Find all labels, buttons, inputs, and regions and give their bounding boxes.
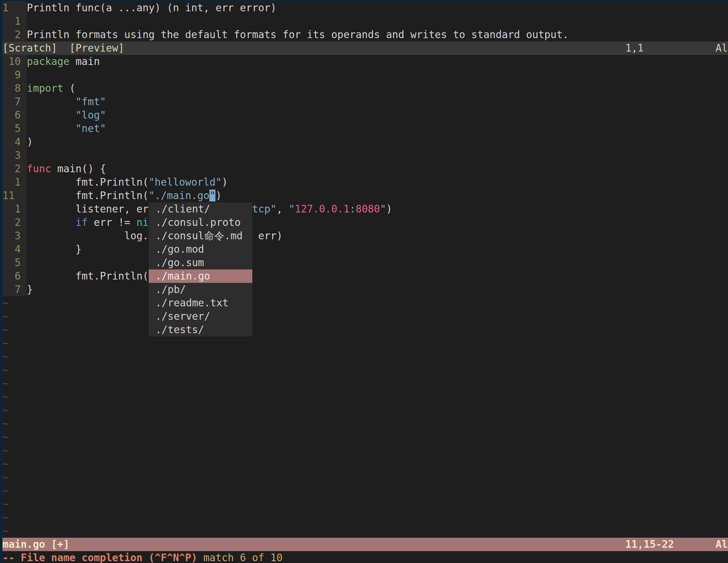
code-line[interactable]: 4 } [2, 243, 728, 256]
completion-item[interactable]: ./client/ [149, 202, 252, 216]
code-line[interactable]: 2 func main() { [2, 162, 728, 176]
line-number: 2 [2, 162, 27, 176]
completion-item[interactable]: ./readme.txt [149, 296, 252, 310]
tilde-marker: ~ [2, 511, 9, 523]
vim-terminal[interactable]: 1 Println func(a ...any) (n int, err err… [0, 0, 728, 563]
completion-item[interactable]: ./consul.proto [149, 216, 252, 229]
code-line[interactable]: 1 fmt.Println("helloworld") [2, 176, 728, 189]
statusline-filename: [Scratch] [Preview] [2, 42, 124, 54]
terminal-padding-left [0, 0, 2, 563]
tilde-marker: ~ [2, 418, 9, 429]
code-line[interactable]: 11 fmt.Println("./main.go") [2, 189, 728, 202]
code-segment: package [27, 55, 69, 67]
code-line[interactable]: 2 if err != nil { [2, 216, 728, 229]
code-segment: : [350, 203, 356, 215]
completion-mode-message: -- File name completion (^F^N^P) [2, 552, 197, 563]
line-number: 1 [2, 202, 27, 216]
code-segment: err) [258, 230, 282, 242]
message-line: -- File name completion (^F^N^P)match 6 … [2, 551, 728, 563]
code-line[interactable]: 9 [2, 68, 728, 82]
code-segment: } [27, 283, 33, 295]
code-line[interactable]: 7 "fmt" [2, 95, 728, 109]
tilde-marker: ~ [2, 310, 9, 322]
empty-line-tilde: ~ [2, 484, 728, 497]
tilde-marker: ~ [2, 498, 9, 510]
code-segment: Println func(a ...any) (n int, err error… [27, 2, 276, 14]
code-segment: "helloworld" [149, 176, 222, 188]
code-segment: " [289, 203, 295, 215]
code-line[interactable]: 5 "net" [2, 122, 728, 135]
tilde-marker: ~ [2, 485, 9, 497]
code-segment: if [76, 216, 88, 228]
ruler-cursor-position: 11,15-22 [625, 538, 674, 551]
line-number: 2 [2, 28, 27, 41]
empty-line-tilde: ~ [2, 337, 728, 350]
empty-line-tilde: ~ [2, 310, 728, 323]
completion-item[interactable]: ./server/ [149, 310, 252, 323]
code-segment: "log" [76, 109, 106, 121]
code-segment: listener, er [27, 203, 149, 215]
code-segment: 8080 [356, 203, 380, 215]
completion-item[interactable]: ./go.sum [149, 256, 252, 269]
code-segment: Println formats using the default format… [27, 29, 569, 41]
empty-line-tilde: ~ [2, 390, 728, 404]
completion-item[interactable]: ./go.mod [149, 243, 252, 256]
completion-item[interactable]: ./consul命令.md [149, 229, 252, 243]
line-number: 5 [2, 122, 27, 135]
tilde-marker: ~ [2, 297, 9, 309]
code-line[interactable]: 10 package main [2, 55, 728, 68]
line-number: 1 [2, 1, 27, 15]
completion-match-count: match 6 of 10 [203, 552, 282, 563]
code-segment [27, 123, 76, 134]
empty-line-tilde: ~ [2, 404, 728, 417]
code-segment: ( [63, 82, 76, 94]
tilde-marker: ~ [2, 444, 9, 456]
code-line[interactable]: 5 [2, 256, 728, 269]
empty-line-tilde: ~ [2, 350, 728, 363]
statusline-active: main.go [+]11,15-22Al [2, 538, 728, 551]
code-line[interactable]: 1 Println func(a ...any) (n int, err err… [2, 1, 728, 15]
code-line[interactable]: 8 import ( [2, 82, 728, 95]
line-number: 5 [2, 256, 27, 269]
code-segment [27, 216, 76, 228]
statusline-filename: main.go [+] [2, 538, 69, 550]
code-line[interactable]: 6 "log" [2, 109, 728, 122]
line-number: 1 [2, 176, 27, 189]
completion-item[interactable]: ./tests/ [149, 323, 252, 337]
empty-line-tilde: ~ [2, 457, 728, 471]
tilde-marker: ~ [2, 431, 9, 443]
line-number: 2 [2, 216, 27, 229]
line-number: 1 [2, 15, 27, 28]
code-line[interactable]: 3 [2, 149, 728, 162]
empty-line-tilde: ~ [2, 377, 728, 390]
empty-line-tilde: ~ [2, 524, 728, 538]
line-number: 4 [2, 243, 27, 256]
code-segment: } [27, 243, 82, 255]
code-line[interactable]: 2 Println formats using the default form… [2, 28, 728, 41]
completion-popup[interactable]: ./client/./consul.proto./consul命令.md./go… [149, 202, 252, 337]
code-line[interactable]: 6 fmt.Println( [2, 269, 728, 283]
code-line[interactable]: 1 [2, 15, 728, 28]
code-segment: main [69, 55, 100, 67]
completion-item-selected[interactable]: ./main.go [149, 269, 252, 283]
code-segment: fmt.Println( [27, 176, 149, 188]
code-segment [27, 109, 76, 121]
code-segment: "./main.go [149, 190, 210, 201]
code-segment: fmt.Println( [27, 270, 149, 282]
line-number: 11 [2, 189, 27, 202]
code-line[interactable]: 1 listener, er tcp", "127.0.0.1:8080") [2, 202, 728, 216]
tilde-marker: ~ [2, 324, 9, 336]
code-line[interactable]: 3 log. err) [2, 229, 728, 243]
code-segment: main() { [51, 163, 106, 175]
completion-item[interactable]: ./pb/ [149, 283, 252, 296]
code-segment: ) [215, 190, 222, 201]
code-line[interactable]: 7 } [2, 283, 728, 296]
line-number: 4 [2, 135, 27, 149]
code-line[interactable]: 4 ) [2, 135, 728, 149]
ruler-scroll-indicator: Al [716, 538, 728, 551]
code-segment: ) [27, 136, 33, 148]
line-number: 10 [2, 55, 27, 68]
code-segment: 127.0.0.1 [295, 203, 350, 215]
code-segment: func [27, 163, 51, 175]
ruler-cursor-position: 1,1 [625, 41, 644, 55]
